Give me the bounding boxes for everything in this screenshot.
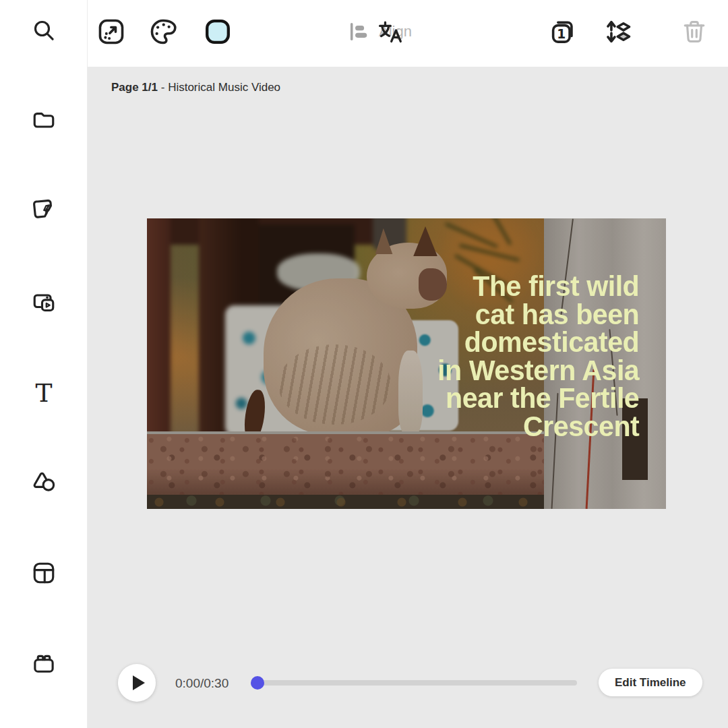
reorder-layers-icon	[603, 16, 634, 47]
toolbar: Align 1	[88, 0, 728, 67]
sidebar-item-files[interactable]	[28, 104, 60, 136]
playback-slider[interactable]	[251, 676, 577, 690]
pages-badge: 1	[557, 27, 566, 41]
page-color-icon	[202, 16, 233, 47]
playback-time: 0:00/0:30	[175, 676, 229, 691]
delete-icon	[680, 18, 708, 46]
sidebar-item-search[interactable]	[28, 14, 60, 47]
slider-handle[interactable]	[251, 676, 264, 690]
pages-button[interactable]: 1	[547, 16, 579, 48]
caption-line: cat has been	[437, 301, 639, 329]
page-color-button[interactable]	[202, 16, 234, 48]
resize-icon	[96, 16, 127, 47]
page-bar: Page 1/1 - Historical Music Video	[111, 81, 280, 94]
templates-icon	[30, 195, 57, 222]
video-frame: The first wild cat has been domesticated…	[147, 218, 666, 509]
page-title: Historical Music Video	[168, 81, 280, 94]
search-icon	[30, 17, 57, 44]
grids-icon	[30, 559, 57, 586]
sidebar-item-grids[interactable]	[28, 557, 60, 589]
shapes-icon	[30, 468, 57, 495]
svg-text:T: T	[35, 380, 52, 406]
translate-button[interactable]	[375, 16, 407, 48]
caption-text-element[interactable]: The first wild cat has been domesticated…	[437, 272, 639, 440]
align-icon	[346, 19, 372, 44]
play-button[interactable]	[118, 664, 156, 702]
resize-button[interactable]	[95, 16, 127, 48]
caption-line: domesticated	[437, 328, 639, 357]
sidebar: T	[0, 0, 88, 728]
sidebar-item-shapes[interactable]	[28, 466, 60, 498]
play-icon	[133, 675, 145, 690]
sidebar-item-templates[interactable]	[28, 193, 60, 225]
page-bar-separator: -	[161, 81, 165, 94]
sidebar-item-media[interactable]	[28, 286, 60, 318]
text-icon: T	[30, 380, 57, 406]
brand-icon	[30, 650, 57, 677]
caption-line: The first wild	[437, 272, 639, 301]
caption-line: in Western Asia	[437, 357, 639, 385]
slider-track	[251, 680, 577, 686]
delete-button[interactable]	[678, 16, 710, 48]
media-icon	[30, 289, 57, 315]
reorder-layers-button[interactable]	[602, 16, 634, 48]
theme-palette-icon	[148, 16, 179, 47]
pages-icon: 1	[547, 16, 578, 47]
sidebar-item-text[interactable]: T	[28, 377, 60, 409]
sidebar-item-brand[interactable]	[28, 648, 60, 680]
video-page-canvas[interactable]: The first wild cat has been domesticated…	[147, 218, 666, 509]
edit-timeline-button[interactable]: Edit Timeline	[599, 669, 702, 696]
page-number-label: Page 1/1	[111, 81, 158, 94]
theme-button[interactable]	[147, 16, 179, 48]
caption-line: Crescent	[437, 413, 639, 441]
folder-icon	[30, 107, 57, 133]
caption-line: near the Fertile	[437, 384, 639, 413]
translate-icon	[377, 18, 405, 46]
